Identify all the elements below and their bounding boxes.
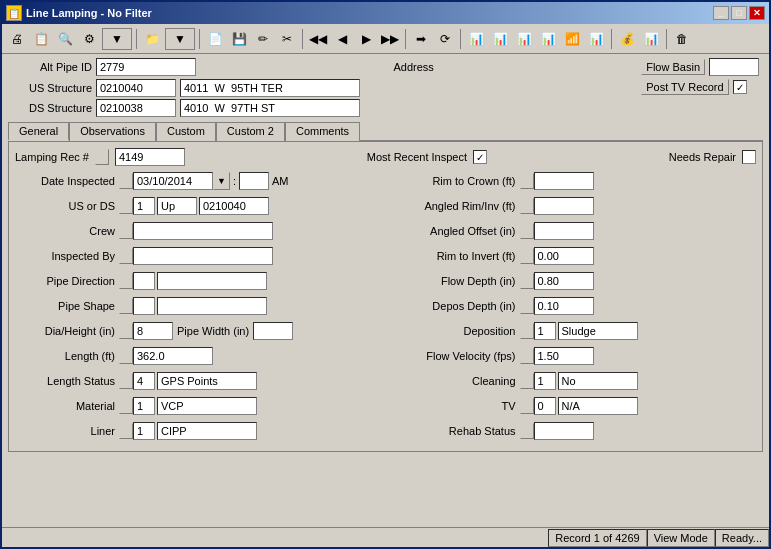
post-tv-checkbox[interactable]: ✓ (733, 80, 747, 94)
us-address-input[interactable] (180, 79, 360, 97)
dia-height-btn[interactable] (119, 323, 133, 339)
tab-observations[interactable]: Observations (69, 122, 156, 141)
length-status-btn[interactable] (119, 373, 133, 389)
length-status-num[interactable] (133, 372, 155, 390)
material-btn[interactable] (119, 398, 133, 414)
material-num[interactable] (133, 397, 155, 415)
pipe-direction-num[interactable] (133, 272, 155, 290)
angled-offset-btn[interactable] (520, 223, 534, 239)
flow-basin-input[interactable] (709, 58, 759, 76)
depos-depth-btn[interactable] (520, 298, 534, 314)
close-button[interactable]: ✕ (749, 6, 765, 20)
inspected-by-btn[interactable] (119, 248, 133, 264)
tb-report-button[interactable]: 📊 (640, 28, 662, 50)
angled-rim-input[interactable] (534, 197, 594, 215)
pipe-width-input[interactable] (253, 322, 293, 340)
tb-chart1-button[interactable]: 📊 (465, 28, 487, 50)
time-input[interactable] (239, 172, 269, 190)
rim-to-crown-btn[interactable] (520, 173, 534, 189)
tb-nav-first-button[interactable]: ◀◀ (307, 28, 329, 50)
liner-num[interactable] (133, 422, 155, 440)
tb-signal-button[interactable]: 📶 (561, 28, 583, 50)
tb-print-button[interactable]: 🖨 (6, 28, 28, 50)
us-or-ds-id-input[interactable] (199, 197, 269, 215)
tb-chart2-button[interactable]: 📊 (489, 28, 511, 50)
tb-new-button[interactable]: 📄 (204, 28, 226, 50)
cleaning-btn[interactable] (520, 373, 534, 389)
deposition-num[interactable] (534, 322, 556, 340)
deposition-btn[interactable] (520, 323, 534, 339)
rehab-status-btn[interactable] (520, 423, 534, 439)
maximize-button[interactable]: □ (731, 6, 747, 20)
date-dropdown-button[interactable]: ▼ (213, 172, 230, 190)
rehab-status-input[interactable] (534, 422, 594, 440)
flow-velocity-input[interactable] (534, 347, 594, 365)
angled-offset-input[interactable] (534, 222, 594, 240)
tab-custom[interactable]: Custom (156, 122, 216, 141)
pipe-shape-btn[interactable] (119, 298, 133, 314)
tb-refresh-button[interactable]: ⟳ (434, 28, 456, 50)
flow-velocity-btn[interactable] (520, 348, 534, 364)
us-or-ds-num-input[interactable] (133, 197, 155, 215)
pipe-shape-num[interactable] (133, 297, 155, 315)
length-input[interactable] (133, 347, 213, 365)
ds-structure-input[interactable] (96, 99, 176, 117)
minimize-button[interactable]: _ (713, 6, 729, 20)
rim-to-invert-btn[interactable] (520, 248, 534, 264)
us-or-ds-btn[interactable] (119, 198, 133, 214)
tb-chart4-button[interactable]: 📊 (537, 28, 559, 50)
tb-chart5-button[interactable]: 📊 (585, 28, 607, 50)
tb-cut-button[interactable]: ✂ (276, 28, 298, 50)
lamping-rec-btn[interactable] (95, 149, 109, 165)
us-structure-input[interactable] (96, 79, 176, 97)
tb-delete-button[interactable]: 🗑 (671, 28, 693, 50)
dia-height-input[interactable] (133, 322, 173, 340)
tb-settings-button[interactable]: ⚙ (78, 28, 100, 50)
pipe-direction-input[interactable] (157, 272, 267, 290)
deposition-input[interactable] (558, 322, 638, 340)
depos-depth-input[interactable] (534, 297, 594, 315)
crew-btn[interactable] (119, 223, 133, 239)
tb-search-button[interactable]: 🔍 (54, 28, 76, 50)
tb-copy-button[interactable]: 📋 (30, 28, 52, 50)
tb-jump-button[interactable]: ➡ (410, 28, 432, 50)
most-recent-checkbox[interactable]: ✓ (473, 150, 487, 164)
tab-comments[interactable]: Comments (285, 122, 360, 141)
us-or-ds-dir-input[interactable] (157, 197, 197, 215)
ds-address-input[interactable] (180, 99, 360, 117)
tab-general[interactable]: General (8, 122, 69, 141)
tb-save-button[interactable]: 💾 (228, 28, 250, 50)
needs-repair-checkbox[interactable] (742, 150, 756, 164)
tb-nav-next-button[interactable]: ▶ (355, 28, 377, 50)
flow-depth-btn[interactable] (520, 273, 534, 289)
lamping-rec-input[interactable] (115, 148, 185, 166)
liner-input[interactable] (157, 422, 257, 440)
tb-chart3-button[interactable]: 📊 (513, 28, 535, 50)
rim-to-crown-input[interactable] (534, 172, 594, 190)
tv-btn[interactable] (520, 398, 534, 414)
angled-rim-btn[interactable] (520, 198, 534, 214)
pipe-shape-input[interactable] (157, 297, 267, 315)
length-btn[interactable] (119, 348, 133, 364)
length-status-input[interactable] (157, 372, 257, 390)
crew-input[interactable] (133, 222, 273, 240)
flow-depth-input[interactable] (534, 272, 594, 290)
rim-to-invert-input[interactable] (534, 247, 594, 265)
material-input[interactable] (157, 397, 257, 415)
cleaning-input[interactable] (558, 372, 638, 390)
inspected-by-input[interactable] (133, 247, 273, 265)
date-inspected-input[interactable] (133, 172, 213, 190)
tab-custom2[interactable]: Custom 2 (216, 122, 285, 141)
tb-edit-button[interactable]: ✏ (252, 28, 274, 50)
liner-btn[interactable] (119, 423, 133, 439)
tb-dropdown2-button[interactable]: ▼ (165, 28, 195, 50)
alt-pipe-id-input[interactable] (96, 58, 196, 76)
tb-folder-button[interactable]: 📁 (141, 28, 163, 50)
tb-nav-last-button[interactable]: ▶▶ (379, 28, 401, 50)
tb-money-button[interactable]: 💰 (616, 28, 638, 50)
date-inspected-btn[interactable] (119, 173, 133, 189)
pipe-direction-btn[interactable] (119, 273, 133, 289)
tv-num[interactable] (534, 397, 556, 415)
cleaning-num[interactable] (534, 372, 556, 390)
title-buttons[interactable]: _ □ ✕ (713, 6, 765, 20)
